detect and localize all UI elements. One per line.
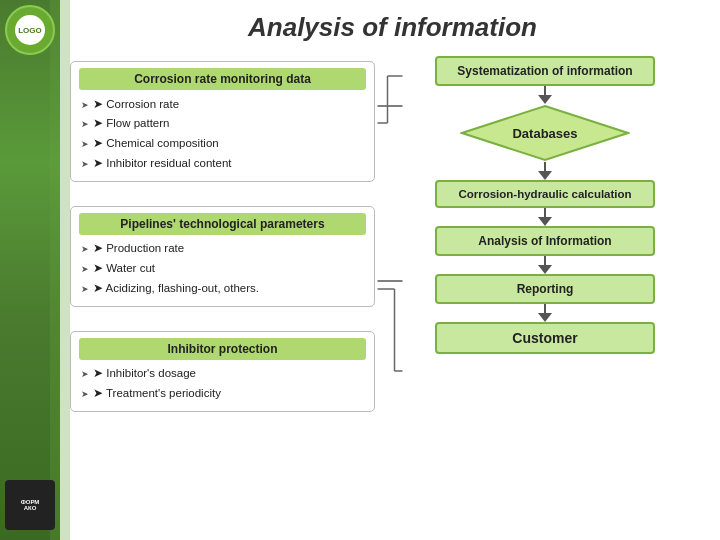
arrow3: [538, 208, 552, 226]
pipelines-group: Pipelines' technological parameters ➤ Pr…: [70, 206, 375, 307]
item-inhibitor-residual: ➤ Inhibitor residual content: [79, 153, 366, 173]
inhibitor-header: Inhibitor protection: [79, 338, 366, 360]
inhibitor-group: Inhibitor protection ➤ Inhibitor's dosag…: [70, 331, 375, 412]
arrow1: [538, 86, 552, 104]
systematization-box: Systematization of information: [435, 56, 655, 86]
arrow2: [538, 162, 552, 180]
arrow5: [538, 304, 552, 322]
item-water-cut: ➤ Water cut: [79, 258, 366, 278]
pipelines-header: Pipelines' technological parameters: [79, 213, 366, 235]
customer-box: Customer: [435, 322, 655, 354]
item-chemical: ➤ Chemical composition: [79, 133, 366, 153]
item-treatment-periodicity: ➤ Treatment's periodicity: [79, 383, 366, 403]
item-corrosion-rate: ➤ Corrosion rate: [79, 94, 366, 114]
databases-diamond: Databases: [460, 104, 630, 162]
arrow4: [538, 256, 552, 274]
page-title: Analysis of information: [65, 0, 720, 51]
left-column: Corrosion rate monitoring data ➤ Corrosi…: [70, 56, 375, 412]
item-acidizing: ➤ Acidizing, flashing-out, others.: [79, 278, 366, 298]
bottom-logo: ФОРМАКО: [5, 480, 55, 530]
item-flow-pattern: ➤ Flow pattern: [79, 114, 366, 134]
top-logo: LOGO: [5, 5, 55, 55]
item-inhibitor-dosage: ➤ Inhibitor's dosage: [79, 364, 366, 384]
item-production-rate: ➤ Production rate: [79, 239, 366, 259]
corrosion-hydraulic-box: Corrosion-hydraulic calculation: [435, 180, 655, 208]
main-content: Analysis of information Corrosion rate m…: [65, 0, 720, 540]
corrosion-rate-group: Corrosion rate monitoring data ➤ Corrosi…: [70, 61, 375, 182]
analysis-info-box: Analysis of Information: [435, 226, 655, 256]
sidebar-decoration: LOGO ФОРМАКО: [0, 0, 60, 540]
right-column: Systematization of information Databases…: [395, 56, 695, 354]
reporting-box: Reporting: [435, 274, 655, 304]
corrosion-rate-header: Corrosion rate monitoring data: [79, 68, 366, 90]
